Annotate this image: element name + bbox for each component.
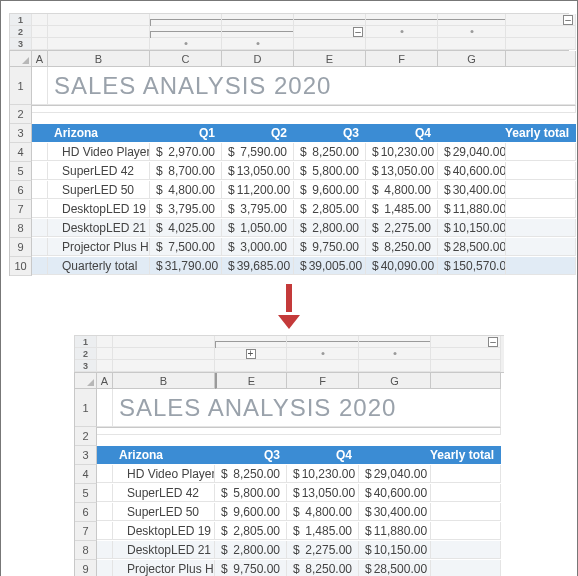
- row-header-8[interactable]: 8: [10, 219, 32, 238]
- data-cell[interactable]: $11,880.00: [359, 522, 431, 540]
- col-header-E[interactable]: E: [294, 51, 366, 67]
- total-cell[interactable]: $40,090.00: [366, 257, 438, 275]
- data-cell[interactable]: $28,500.00: [359, 560, 431, 576]
- data-cell[interactable]: $13,050.00: [222, 162, 294, 180]
- col-header-G-b[interactable]: G: [359, 373, 431, 389]
- data-cell[interactable]: $11,200.00: [222, 181, 294, 199]
- row-header-9-b[interactable]: 9: [75, 560, 97, 576]
- data-cell[interactable]: $2,805.00: [294, 200, 366, 218]
- select-all-corner-b[interactable]: [75, 373, 97, 389]
- data-cell[interactable]: $4,025.00: [150, 219, 222, 237]
- data-cell[interactable]: $40,600.00: [359, 484, 431, 502]
- row-header-1[interactable]: 1: [10, 67, 32, 105]
- product-name-b[interactable]: SuperLED 42: [113, 484, 215, 502]
- row-header-6-b[interactable]: 6: [75, 503, 97, 522]
- data-cell[interactable]: $3,795.00: [150, 200, 222, 218]
- outline-collapse-button-level2a[interactable]: –: [353, 27, 363, 37]
- data-cell[interactable]: $1,485.00: [287, 522, 359, 540]
- data-cell[interactable]: $2,275.00: [366, 219, 438, 237]
- row-header-3-b[interactable]: 3: [75, 446, 97, 465]
- row-header-5-b[interactable]: 5: [75, 484, 97, 503]
- data-cell[interactable]: $30,400.00: [438, 181, 506, 199]
- row-header-1-b[interactable]: 1: [75, 389, 97, 427]
- data-cell[interactable]: $10,150.00: [359, 541, 431, 559]
- col-header-A-b[interactable]: A: [97, 373, 113, 389]
- row-header-5[interactable]: 5: [10, 162, 32, 181]
- row-header-4-b[interactable]: 4: [75, 465, 97, 484]
- grid-expanded[interactable]: A B C D E F G 1 SALES ANALYSIS 2020 2 3 …: [9, 50, 569, 276]
- product-name[interactable]: DesktopLED 19: [48, 200, 150, 218]
- outline-level-2-b[interactable]: 2: [75, 348, 97, 360]
- product-name-b[interactable]: HD Video Player: [113, 465, 215, 483]
- data-cell[interactable]: $9,600.00: [215, 503, 287, 521]
- data-cell[interactable]: $2,800.00: [294, 219, 366, 237]
- outline-expand-button[interactable]: +: [246, 349, 256, 359]
- row-header-2-b[interactable]: 2: [75, 427, 97, 446]
- product-name-b[interactable]: DesktopLED 21: [113, 541, 215, 559]
- data-cell[interactable]: $8,250.00: [294, 143, 366, 161]
- data-cell[interactable]: $2,275.00: [287, 541, 359, 559]
- row-header-7[interactable]: 7: [10, 200, 32, 219]
- product-name-b[interactable]: DesktopLED 19: [113, 522, 215, 540]
- data-cell[interactable]: $1,485.00: [366, 200, 438, 218]
- data-cell[interactable]: $4,800.00: [287, 503, 359, 521]
- row-header-3[interactable]: 3: [10, 124, 32, 143]
- total-cell[interactable]: $150,570.00: [438, 257, 506, 275]
- row-header-8-b[interactable]: 8: [75, 541, 97, 560]
- data-cell[interactable]: $10,230.00: [287, 465, 359, 483]
- data-cell[interactable]: $13,050.00: [366, 162, 438, 180]
- col-header-B-b[interactable]: B: [113, 373, 215, 389]
- data-cell[interactable]: $30,400.00: [359, 503, 431, 521]
- outline-level-3-b[interactable]: 3: [75, 360, 97, 372]
- total-label[interactable]: Quarterly total: [48, 257, 150, 275]
- data-cell[interactable]: $5,800.00: [294, 162, 366, 180]
- col-header-A[interactable]: A: [32, 51, 48, 67]
- data-cell[interactable]: $8,700.00: [150, 162, 222, 180]
- outline-level-1-b[interactable]: 1: [75, 336, 97, 348]
- data-cell[interactable]: $8,250.00: [287, 560, 359, 576]
- col-header-E-b[interactable]: E: [215, 373, 287, 389]
- product-name[interactable]: SuperLED 42: [48, 162, 150, 180]
- data-cell[interactable]: $4,800.00: [366, 181, 438, 199]
- outline-level-3[interactable]: 3: [10, 38, 32, 50]
- data-cell[interactable]: $9,750.00: [215, 560, 287, 576]
- product-name-b[interactable]: SuperLED 50: [113, 503, 215, 521]
- total-cell[interactable]: $39,685.00: [222, 257, 294, 275]
- col-header-D[interactable]: D: [222, 51, 294, 67]
- product-name[interactable]: SuperLED 50: [48, 181, 150, 199]
- data-cell[interactable]: $13,050.00: [287, 484, 359, 502]
- data-cell[interactable]: $7,500.00: [150, 238, 222, 256]
- row-header-2[interactable]: 2: [10, 105, 32, 124]
- outline-level-2[interactable]: 2: [10, 26, 32, 38]
- col-header-F[interactable]: F: [366, 51, 438, 67]
- data-cell[interactable]: $28,500.00: [438, 238, 506, 256]
- outline-collapse-button-level1[interactable]: –: [563, 15, 573, 25]
- row-header-4[interactable]: 4: [10, 143, 32, 162]
- data-cell[interactable]: $1,050.00: [222, 219, 294, 237]
- col-header-F-b[interactable]: F: [287, 373, 359, 389]
- data-cell[interactable]: $4,800.00: [150, 181, 222, 199]
- data-cell[interactable]: $2,800.00: [215, 541, 287, 559]
- product-name-b[interactable]: Projector Plus HD: [113, 560, 215, 576]
- data-cell[interactable]: $29,040.00: [438, 143, 506, 161]
- row-header-9[interactable]: 9: [10, 238, 32, 257]
- data-cell[interactable]: $7,590.00: [222, 143, 294, 161]
- select-all-corner[interactable]: [10, 51, 32, 67]
- outline-level-1[interactable]: 1: [10, 14, 32, 26]
- outline-collapse-button-b1[interactable]: –: [488, 337, 498, 347]
- data-cell[interactable]: $3,000.00: [222, 238, 294, 256]
- data-cell[interactable]: $40,600.00: [438, 162, 506, 180]
- col-header-B[interactable]: B: [48, 51, 150, 67]
- data-cell[interactable]: $2,805.00: [215, 522, 287, 540]
- data-cell[interactable]: $8,250.00: [366, 238, 438, 256]
- product-name[interactable]: DesktopLED 21: [48, 219, 150, 237]
- row-header-7-b[interactable]: 7: [75, 522, 97, 541]
- total-cell[interactable]: $39,005.00: [294, 257, 366, 275]
- data-cell[interactable]: $29,040.00: [359, 465, 431, 483]
- row-header-6[interactable]: 6: [10, 181, 32, 200]
- data-cell[interactable]: $10,230.00: [366, 143, 438, 161]
- col-header-G[interactable]: G: [438, 51, 506, 67]
- total-cell[interactable]: $31,790.00: [150, 257, 222, 275]
- product-name[interactable]: HD Video Player: [48, 143, 150, 161]
- data-cell[interactable]: $3,795.00: [222, 200, 294, 218]
